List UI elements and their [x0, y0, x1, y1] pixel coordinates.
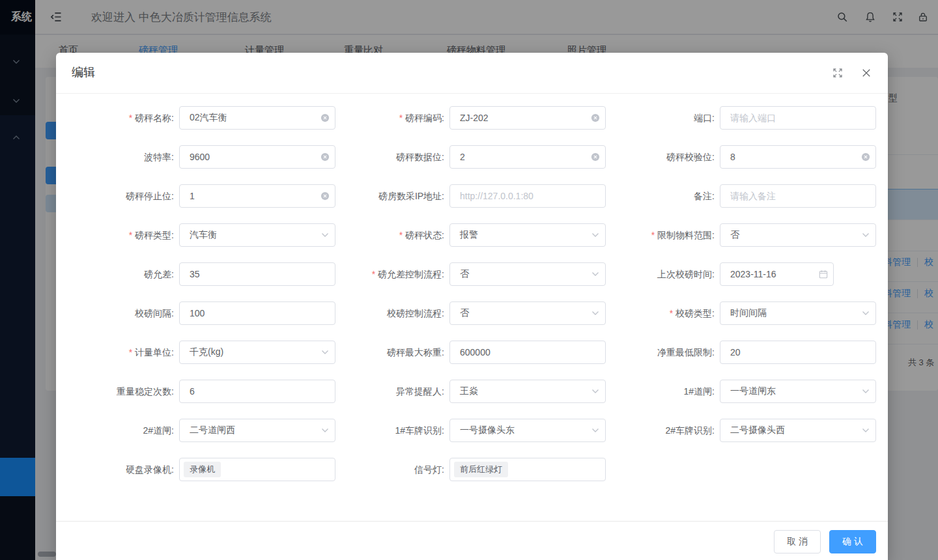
max-weight-field: 磅秤最大称重: [339, 341, 606, 364]
field-label: 端口: [609, 106, 715, 130]
dialog-fullscreen-icon[interactable] [832, 67, 844, 79]
gate1-select[interactable]: 一号道闸东 [720, 380, 876, 403]
tolerance-input[interactable] [179, 262, 335, 286]
field-label: 2#道闸: [65, 419, 174, 442]
dialog-footer: 取 消 确 认 [56, 521, 888, 560]
remark-field: 备注: [609, 184, 876, 208]
check-flow-select[interactable]: 否 [449, 301, 606, 325]
field-label: 重量稳定次数: [65, 380, 174, 403]
calendar-icon[interactable] [819, 270, 828, 279]
app-root: 系统 欢迎进入 中色大冶质计管理信息系统 首页 磅秤管理 计量管理 重量比对 磅… [0, 0, 938, 560]
check-type-field: 校磅类型: 时间间隔 [609, 301, 876, 325]
empty-cell [609, 458, 876, 481]
field-label: 校磅控制流程: [339, 301, 444, 325]
tolerance-field: 磅允差: [65, 262, 335, 286]
signal-light-field: 信号灯: 前后红绿灯 [339, 458, 606, 481]
last-check-date-input[interactable] [720, 262, 834, 286]
chevron-down-icon [320, 426, 330, 435]
clear-icon[interactable] [320, 152, 330, 161]
field-label: 磅房数采IP地址: [339, 184, 444, 208]
confirm-button[interactable]: 确 认 [829, 530, 876, 553]
chevron-down-icon [591, 387, 600, 396]
baud-rate-input[interactable] [179, 145, 335, 169]
field-label: 校磅间隔: [65, 301, 174, 325]
scale-code-input[interactable] [449, 106, 606, 130]
check-type-select[interactable]: 时间间隔 [720, 301, 876, 325]
plate2-select[interactable]: 二号摄像头西 [720, 419, 876, 442]
check-bit-field: 磅秤校验位: [609, 145, 876, 169]
check-bit-input[interactable] [720, 145, 876, 169]
field-label: 磅秤编码: [339, 106, 444, 130]
field-label: 磅秤类型: [65, 223, 174, 247]
data-bit-input[interactable] [449, 145, 606, 169]
scale-status-field: 磅秤状态: 报警 [339, 223, 606, 247]
scale-type-field: 磅秤类型: 汽车衡 [65, 223, 335, 247]
signal-light-tag: 前后红绿灯 [454, 462, 508, 477]
clear-icon[interactable] [861, 152, 870, 161]
stop-bit-input[interactable] [179, 184, 335, 208]
unit-select[interactable]: 千克(kg) [179, 341, 335, 364]
field-label: 波特率: [65, 145, 174, 169]
stable-count-input[interactable] [179, 380, 335, 403]
min-net-weight-input[interactable] [720, 341, 876, 364]
chevron-down-icon [320, 231, 330, 240]
port-field: 端口: [609, 106, 876, 130]
plate1-field: 1#车牌识别: 一号摄像头东 [339, 419, 606, 442]
ip-address-field: 磅房数采IP地址: [339, 184, 606, 208]
chevron-down-icon [861, 309, 870, 318]
tolerance-flow-select[interactable]: 否 [449, 262, 606, 286]
field-label: 磅允差: [65, 262, 174, 286]
field-label: 磅秤数据位: [339, 145, 444, 169]
plate1-select[interactable]: 一号摄像头东 [449, 419, 606, 442]
tolerance-flow-field: 磅允差控制流程: 否 [339, 262, 606, 286]
stable-count-field: 重量稳定次数: [65, 380, 335, 403]
dialog-header: 编辑 [56, 53, 888, 94]
check-flow-field: 校磅控制流程: 否 [339, 301, 606, 325]
gate2-select[interactable]: 二号道闸西 [179, 419, 335, 442]
ip-address-input[interactable] [449, 184, 606, 208]
notifier-select[interactable]: 王焱 [449, 380, 606, 403]
chevron-down-icon [591, 270, 600, 279]
clear-icon[interactable] [591, 152, 600, 161]
remark-input[interactable] [720, 184, 876, 208]
field-label: 限制物料范围: [609, 223, 715, 247]
port-input[interactable] [720, 106, 876, 130]
field-label: 异常提醒人: [339, 380, 444, 403]
dvr-input[interactable]: 录像机 [179, 458, 335, 481]
gate1-field: 1#道闸: 一号道闸东 [609, 380, 876, 403]
field-label: 磅秤校验位: [609, 145, 715, 169]
plate2-field: 2#车牌识别: 二号摄像头西 [609, 419, 876, 442]
dvr-tag: 录像机 [184, 462, 221, 477]
scale-name-field: 磅秤名称: [65, 106, 335, 130]
field-label: 信号灯: [339, 458, 444, 481]
field-label: 磅秤停止位: [65, 184, 174, 208]
field-label: 净重最低限制: [609, 341, 715, 364]
unit-field: 计量单位: 千克(kg) [65, 341, 335, 364]
material-limit-field: 限制物料范围: 否 [609, 223, 876, 247]
baud-rate-field: 波特率: [65, 145, 335, 169]
chevron-down-icon [861, 387, 870, 396]
scale-status-select[interactable]: 报警 [449, 223, 606, 247]
field-label: 磅秤状态: [339, 223, 444, 247]
chevron-down-icon [591, 309, 600, 318]
clear-icon[interactable] [320, 113, 330, 122]
cancel-button[interactable]: 取 消 [774, 530, 821, 553]
clear-icon[interactable] [591, 113, 600, 122]
notifier-field: 异常提醒人: 王焱 [339, 380, 606, 403]
min-net-weight-field: 净重最低限制: [609, 341, 876, 364]
dialog-title: 编辑 [72, 64, 95, 80]
scale-type-select[interactable]: 汽车衡 [179, 223, 335, 247]
material-limit-select[interactable]: 否 [720, 223, 876, 247]
scale-name-input[interactable] [179, 106, 335, 130]
scale-code-field: 磅秤编码: [339, 106, 606, 130]
chevron-down-icon [320, 348, 330, 357]
chevron-down-icon [591, 231, 600, 240]
max-weight-input[interactable] [449, 341, 606, 364]
check-interval-input[interactable] [179, 301, 335, 325]
close-icon[interactable] [860, 67, 872, 79]
check-interval-field: 校磅间隔: [65, 301, 335, 325]
field-label: 上次校磅时间: [609, 262, 715, 286]
signal-light-input[interactable]: 前后红绿灯 [449, 458, 606, 481]
clear-icon[interactable] [320, 191, 330, 201]
chevron-down-icon [591, 426, 600, 435]
